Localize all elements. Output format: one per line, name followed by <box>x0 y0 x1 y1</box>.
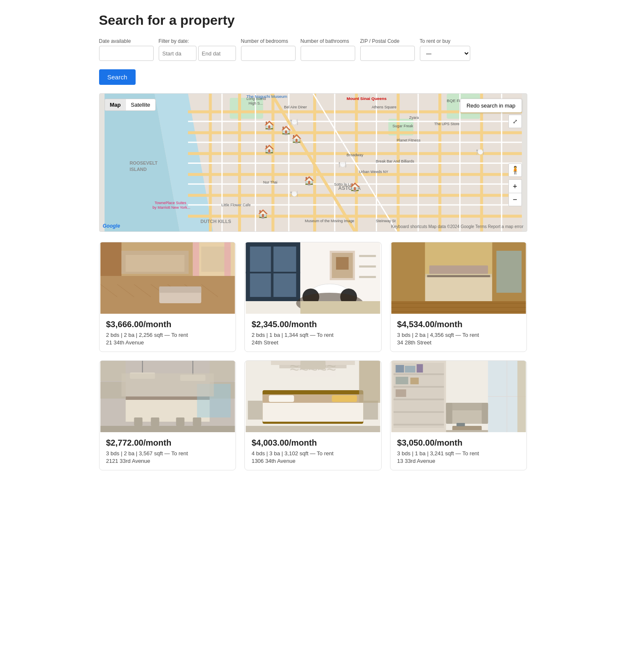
start-date-input[interactable] <box>159 46 196 61</box>
svg-rect-21 <box>188 142 521 143</box>
svg-text:Sugar Freak: Sugar Freak <box>392 124 413 128</box>
listing-image <box>100 242 236 314</box>
svg-text:High S...: High S... <box>248 101 262 105</box>
svg-text:Break Bar And Billiards: Break Bar And Billiards <box>376 159 414 163</box>
listing-card[interactable]: $3,050.00/month 3 bds | 1 ba | 3,241 sqf… <box>390 360 527 470</box>
map-tab[interactable]: Map <box>105 99 126 110</box>
svg-text:🏠: 🏠 <box>264 120 275 130</box>
listing-info: $2,345.00/month 2 bds | 1 ba | 1,344 sqf… <box>245 314 381 352</box>
listing-card[interactable]: $2,345.00/month 2 bds | 1 ba | 1,344 sqf… <box>244 242 382 352</box>
rent-buy-label: To rent or buy <box>420 38 470 44</box>
svg-rect-178 <box>517 361 526 432</box>
zoom-out-button[interactable]: − <box>508 193 522 206</box>
svg-rect-28 <box>334 94 335 231</box>
svg-rect-181 <box>446 403 452 424</box>
svg-rect-153 <box>269 395 294 402</box>
svg-rect-136 <box>176 417 184 426</box>
svg-text:🏠: 🏠 <box>291 134 301 144</box>
listing-address: 24th Street <box>251 339 375 346</box>
listing-address: 13 33rd Avenue <box>397 458 520 464</box>
svg-rect-108 <box>425 276 492 301</box>
svg-text:🍽️: 🍽️ <box>290 118 299 126</box>
svg-rect-93 <box>246 272 300 273</box>
svg-text:Mount Sinai Queens: Mount Sinai Queens <box>346 96 387 101</box>
listing-details: 3 bds | 1 ba | 3,241 sqft — To rent <box>397 450 520 457</box>
listing-info: $2,772.00/month 3 bds | 2 ba | 3,567 sqf… <box>100 432 236 470</box>
date-available-label: Date available <box>99 38 154 44</box>
svg-rect-110 <box>427 275 490 277</box>
search-button[interactable]: Search <box>99 69 136 85</box>
satellite-tab[interactable]: Satellite <box>126 99 155 110</box>
map-svg: ROOSEVELT ISLAND DUTCH KILLS ASTORIA Lon… <box>100 94 527 231</box>
expand-map-button[interactable]: ⤢ <box>508 115 522 128</box>
filter-by-date-label: Filter by date: <box>159 38 236 44</box>
date-available-group: Date available <box>99 38 154 61</box>
svg-rect-167 <box>393 411 444 413</box>
listing-details: 2 bds | 2 ba | 2,256 sqft — To rent <box>106 332 229 338</box>
svg-text:🏠: 🏠 <box>304 176 314 186</box>
bedrooms-label: Number of bedrooms <box>241 38 296 44</box>
zip-label: ZIP / Postal Code <box>360 38 415 44</box>
svg-text:🍽️: 🍽️ <box>476 148 484 156</box>
svg-rect-155 <box>248 401 262 420</box>
listing-card[interactable]: $4,534.00/month 3 bds | 2 ba | 4,356 sqf… <box>390 242 527 352</box>
listing-card[interactable]: ≈≈≈≈≈ <box>244 360 382 470</box>
svg-rect-25 <box>221 94 223 231</box>
svg-rect-184 <box>456 423 465 426</box>
listing-card[interactable]: $3,666.00/month 2 bds | 2 ba | 2,256 sqf… <box>99 242 236 352</box>
svg-rect-27 <box>288 94 289 231</box>
svg-text:🏠: 🏠 <box>258 209 268 219</box>
svg-rect-170 <box>405 366 415 373</box>
svg-rect-165 <box>393 386 444 388</box>
street-view-button[interactable]: 🧍 <box>508 163 522 177</box>
svg-rect-79 <box>224 242 230 276</box>
svg-rect-30 <box>417 94 419 231</box>
listing-price: $3,050.00/month <box>397 438 520 448</box>
listing-details: 4 bds | 3 ba | 3,102 sqft — To rent <box>251 450 375 457</box>
svg-text:by Marriott New York...: by Marriott New York... <box>152 205 190 210</box>
bathrooms-input[interactable] <box>301 46 355 61</box>
zip-group: ZIP / Postal Code <box>360 38 415 61</box>
listing-price: $2,772.00/month <box>106 438 229 448</box>
svg-rect-32 <box>501 94 502 231</box>
expand-icon: ⤢ <box>513 118 518 125</box>
bedrooms-input[interactable] <box>241 46 296 61</box>
listing-info: $4,003.00/month 4 bds | 3 ba | 3,102 sqf… <box>245 432 381 470</box>
svg-rect-20 <box>188 121 521 122</box>
listing-address: 34 28th Street <box>397 339 520 346</box>
end-date-input[interactable] <box>198 46 236 61</box>
svg-rect-171 <box>416 364 423 373</box>
rent-buy-select[interactable]: — To rent To buy <box>420 46 470 61</box>
svg-rect-182 <box>482 403 488 424</box>
svg-rect-100 <box>359 276 376 278</box>
svg-rect-125 <box>429 265 488 274</box>
zoom-in-button[interactable]: + <box>508 179 522 193</box>
svg-text:Bel Aire Diner: Bel Aire Diner <box>284 105 307 109</box>
zip-input[interactable] <box>360 46 415 61</box>
date-range-inputs <box>159 46 236 61</box>
listing-image <box>245 242 381 314</box>
svg-text:The UPS Store: The UPS Store <box>434 122 459 126</box>
listing-details: 3 bds | 2 ba | 4,356 sqft — To rent <box>397 332 520 338</box>
svg-text:🍽️: 🍽️ <box>290 190 299 198</box>
listing-price: $4,003.00/month <box>251 438 375 448</box>
svg-text:🏠: 🏠 <box>349 182 360 192</box>
filter-by-date-group: Filter by date: <box>159 38 236 61</box>
svg-text:The Noguchi Museum: The Noguchi Museum <box>246 94 287 99</box>
date-available-input[interactable] <box>99 46 154 61</box>
listing-price: $3,666.00/month <box>106 320 229 329</box>
svg-rect-172 <box>396 377 408 384</box>
svg-rect-144 <box>100 426 235 432</box>
svg-text:Zyara: Zyara <box>409 116 419 120</box>
rent-buy-group: To rent or buy — To rent To buy <box>420 38 470 61</box>
svg-rect-97 <box>336 257 348 270</box>
filter-bar: Date available Filter by date: Number of… <box>99 38 527 61</box>
svg-text:Broadway: Broadway <box>346 153 363 157</box>
listing-details: 3 bds | 2 ba | 3,567 sqft — To rent <box>106 450 229 457</box>
redo-search-button[interactable]: Redo search in map <box>460 99 521 113</box>
listing-card[interactable]: $2,772.00/month 3 bds | 2 ba | 3,567 sqf… <box>99 360 236 470</box>
svg-rect-119 <box>496 251 521 293</box>
svg-rect-134 <box>134 417 142 426</box>
svg-rect-78 <box>193 242 199 276</box>
svg-text:ROOSEVELT: ROOSEVELT <box>129 160 157 165</box>
